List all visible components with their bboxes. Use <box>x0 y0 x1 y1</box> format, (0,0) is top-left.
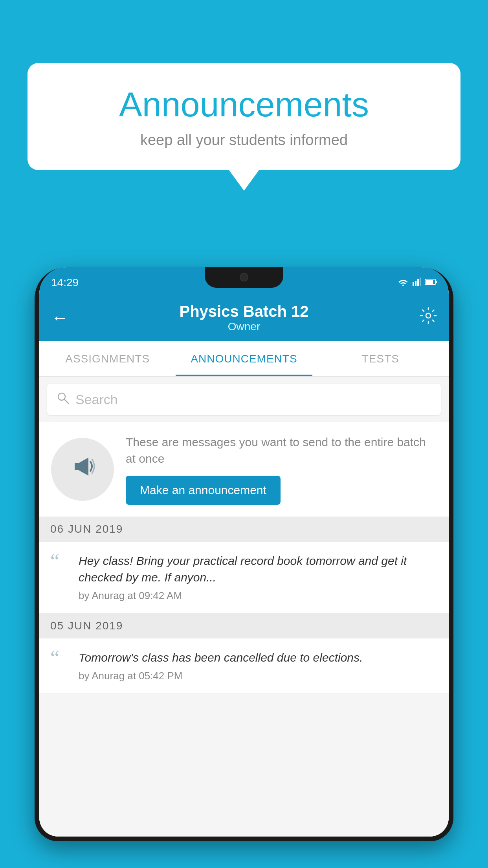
wifi-icon <box>398 278 409 288</box>
promo-content: These are messages you want to send to t… <box>126 434 437 505</box>
speech-bubble-title: Announcements <box>51 85 437 125</box>
promo-icon-circle <box>51 438 114 501</box>
search-placeholder: Search <box>75 392 118 407</box>
phone-notch <box>205 267 283 288</box>
svg-rect-0 <box>413 282 414 286</box>
app-bar-title-group: Physics Batch 12 Owner <box>179 303 308 333</box>
speech-bubble: Announcements keep all your students inf… <box>28 63 460 170</box>
announcement-item-1[interactable]: “ Hey class! Bring your practical record… <box>39 542 449 613</box>
svg-line-9 <box>64 399 68 403</box>
speech-bubble-section: Announcements keep all your students inf… <box>28 63 460 191</box>
status-time: 14:29 <box>51 272 79 289</box>
announcement-text-1: Hey class! Bring your practical record b… <box>79 553 438 586</box>
app-bar-title: Physics Batch 12 <box>179 303 308 320</box>
phone-camera <box>240 273 248 281</box>
svg-rect-6 <box>426 280 433 284</box>
announcement-body-2: Tomorrow's class has been cancelled due … <box>79 649 438 682</box>
quote-icon-2: “ <box>50 648 70 668</box>
announcement-item-2[interactable]: “ Tomorrow's class has been cancelled du… <box>39 638 449 693</box>
app-bar-subtitle: Owner <box>179 320 308 333</box>
tab-assignments[interactable]: ASSIGNMENTS <box>39 341 176 376</box>
announcement-meta-1: by Anurag at 09:42 AM <box>79 590 438 602</box>
announcement-body-1: Hey class! Bring your practical record b… <box>79 553 438 602</box>
search-icon <box>57 392 69 407</box>
date-header-2: 05 JUN 2019 <box>39 613 449 638</box>
search-bar[interactable]: Search <box>47 384 441 415</box>
tab-tests[interactable]: TESTS <box>312 341 449 376</box>
speech-bubble-subtitle: keep all your students informed <box>51 132 437 149</box>
make-announcement-button[interactable]: Make an announcement <box>126 476 281 505</box>
promo-card: These are messages you want to send to t… <box>39 422 449 517</box>
quote-icon-1: “ <box>50 551 70 572</box>
content-area: Search <box>39 377 449 837</box>
tab-bar: ASSIGNMENTS ANNOUNCEMENTS TESTS <box>39 341 449 377</box>
phone-frame: 14:29 ← <box>35 267 453 841</box>
battery-icon <box>425 278 437 287</box>
status-icons <box>398 274 437 288</box>
svg-rect-2 <box>417 279 419 286</box>
settings-icon[interactable] <box>420 307 437 328</box>
svg-point-7 <box>426 313 431 318</box>
svg-rect-3 <box>420 278 421 286</box>
date-header-1: 06 JUN 2019 <box>39 517 449 542</box>
tab-announcements[interactable]: ANNOUNCEMENTS <box>176 341 312 376</box>
phone-frame-wrapper: 14:29 ← <box>35 267 453 868</box>
back-button[interactable]: ← <box>51 308 68 327</box>
svg-rect-1 <box>415 281 416 286</box>
announcement-text-2: Tomorrow's class has been cancelled due … <box>79 649 438 666</box>
promo-description: These are messages you want to send to t… <box>126 434 437 467</box>
svg-rect-5 <box>435 281 437 283</box>
signal-icon <box>413 278 421 288</box>
phone-screen: 14:29 ← <box>39 267 449 837</box>
app-bar: ← Physics Batch 12 Owner <box>39 294 449 341</box>
announcement-meta-2: by Anurag at 05:42 PM <box>79 670 438 682</box>
megaphone-icon <box>67 451 98 488</box>
speech-bubble-arrow <box>229 170 259 191</box>
